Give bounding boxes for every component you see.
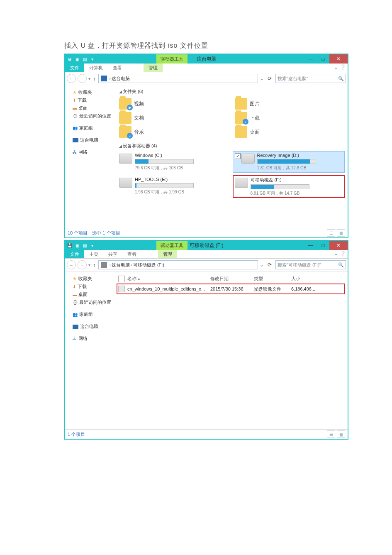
drive-icon xyxy=(241,154,255,164)
view-tiles-button[interactable]: ▦ xyxy=(337,229,345,237)
help-icon[interactable]: ❔ xyxy=(340,251,346,257)
ribbon-contextual-tab[interactable]: 驱动器工具 xyxy=(156,241,187,250)
ribbon-tab-computer[interactable]: 计算机 xyxy=(84,64,108,72)
minimize-button[interactable]: — xyxy=(304,54,317,64)
section-folders-header[interactable]: ◢文件夹 (6) xyxy=(119,88,344,95)
address-dropdown-icon[interactable]: ⌄ xyxy=(260,262,264,268)
col-type[interactable]: 类型 xyxy=(254,276,291,282)
qat-properties-icon[interactable]: ▣ xyxy=(74,242,80,248)
navigation-pane[interactable]: ★收藏夹 ⬇下载 ▬桌面 ⌚最近访问的位置 👥家庭组 这台电脑 🖧网络 xyxy=(65,271,114,429)
breadcrumb-root[interactable]: 这台电脑 xyxy=(112,262,130,268)
ribbon-expand-icon[interactable]: ⌄ xyxy=(334,64,338,70)
qat-dropdown-icon[interactable]: ▾ xyxy=(89,242,95,248)
qat-newfolder-icon[interactable]: ▤ xyxy=(82,56,88,62)
nav-network[interactable]: 🖧网络 xyxy=(65,148,114,156)
navigation-pane[interactable]: ★收藏夹 ⬇下载 ▬桌面 ⌚最近访问的位置 👥家庭组 这台电脑 🖧网络 xyxy=(65,85,114,228)
folder-music[interactable]: ♪音乐 xyxy=(117,125,229,139)
drive-checkbox[interactable]: ✓ xyxy=(235,153,241,159)
up-button[interactable]: ↑ xyxy=(92,76,97,82)
column-headers[interactable]: 名称 ▴ 修改日期 类型 大小 xyxy=(117,274,344,284)
titlebar[interactable]: 🖥 ▣ ▤ ▾ 驱动器工具 这台电脑 — □ ✕ xyxy=(65,54,348,64)
folder-documents[interactable]: 文档 xyxy=(117,111,229,125)
nav-favorites[interactable]: ★收藏夹 xyxy=(65,275,114,283)
forward-button[interactable]: → xyxy=(78,260,87,269)
folder-desktop[interactable]: 桌面 xyxy=(233,125,345,139)
nav-desktop[interactable]: ▬桌面 xyxy=(65,291,114,298)
nav-homegroup[interactable]: 👥家庭组 xyxy=(65,311,114,318)
ribbon-contextual-tab[interactable]: 驱动器工具 xyxy=(156,54,187,64)
breadcrumb-bar[interactable]: › 这台电脑 xyxy=(98,74,258,83)
explorer-window-removable: 💾 ▣ ▤ ▾ 驱动器工具 可移动磁盘 (F:) — □ ✕ 文件 主页 共享 … xyxy=(64,240,348,440)
col-name[interactable]: 名称 ▴ xyxy=(127,276,210,282)
drive-d-recovery[interactable]: ✓ Recovery Image (D:)1.31 GB 可用，共 12.6 G… xyxy=(233,152,345,172)
col-date[interactable]: 修改日期 xyxy=(210,276,254,282)
nav-thispc[interactable]: 这台电脑 xyxy=(65,323,114,330)
qat-dropdown-icon[interactable]: ▾ xyxy=(89,56,95,62)
search-icon[interactable]: 🔍 xyxy=(338,76,344,81)
ribbon-tab-view[interactable]: 查看 xyxy=(122,250,141,258)
search-box[interactable]: 搜索"这台电脑" 🔍 xyxy=(275,74,346,83)
nav-recent[interactable]: ⌚最近访问的位置 xyxy=(65,112,114,120)
nav-desktop[interactable]: ▬桌面 xyxy=(65,104,114,112)
view-tiles-button[interactable]: ▦ xyxy=(337,430,345,438)
nav-downloads[interactable]: ⬇下载 xyxy=(65,283,114,291)
address-bar-row: ← → ▾ ↑ › 这台电脑 › 可移动磁盘 (F:) ⌄ ⟳ 搜索"可移动磁盘… xyxy=(65,259,348,271)
nav-network[interactable]: 🖧网络 xyxy=(65,335,114,342)
close-button[interactable]: ✕ xyxy=(329,241,348,250)
col-size[interactable]: 大小 xyxy=(291,276,324,282)
view-details-button[interactable]: ☰ xyxy=(327,229,335,237)
up-button[interactable]: ↑ xyxy=(92,262,97,268)
drive-e-hptools[interactable]: HP_TOOLS (E:)1.98 GB 可用，共 1.99 GB xyxy=(117,176,229,198)
back-button[interactable]: ← xyxy=(67,74,76,83)
section-drives-header[interactable]: ◢设备和驱动器 (4) xyxy=(119,143,344,149)
ribbon-tab-manage[interactable]: 管理 xyxy=(144,64,163,72)
drive-c[interactable]: Windows (C:)79.6 GB 可用，共 103 GB xyxy=(117,152,229,172)
ribbon-expand-icon[interactable]: ⌄ xyxy=(334,251,338,257)
breadcrumb-bar[interactable]: › 这台电脑 › 可移动磁盘 (F:) xyxy=(98,260,258,269)
drive-f-removable[interactable]: 可移动磁盘 (F:)8.81 GB 可用，共 14.7 GB xyxy=(233,176,345,198)
status-text: 1 个项目 xyxy=(68,431,85,438)
content-pane[interactable]: ◢文件夹 (6) ▶视频 图片 文档 ↓下载 ♪音乐 桌面 ◢设备和驱动器 (4… xyxy=(114,85,348,228)
maximize-button[interactable]: □ xyxy=(317,241,329,250)
qat-newfolder-icon[interactable]: ▤ xyxy=(82,242,88,248)
history-dropdown-icon[interactable]: ▾ xyxy=(88,76,90,81)
help-icon[interactable]: ❔ xyxy=(340,64,346,70)
address-dropdown-icon[interactable]: ⌄ xyxy=(260,76,264,81)
ribbon-tab-file[interactable]: 文件 xyxy=(65,250,84,258)
ribbon-tab-view[interactable]: 查看 xyxy=(108,64,127,72)
ribbon-tab-manage[interactable]: 管理 xyxy=(158,250,177,258)
breadcrumb-leaf[interactable]: 可移动磁盘 (F:) xyxy=(133,262,164,268)
sort-asc-icon: ▴ xyxy=(138,276,140,281)
quick-access-toolbar: 💾 ▣ ▤ ▾ xyxy=(67,242,95,248)
titlebar[interactable]: 💾 ▣ ▤ ▾ 驱动器工具 可移动磁盘 (F:) — □ ✕ xyxy=(65,241,348,250)
back-button[interactable]: ← xyxy=(67,260,76,269)
status-bar: 10 个项目 选中 1 个项目 ☰▦ xyxy=(65,228,348,237)
nav-thispc[interactable]: 这台电脑 xyxy=(65,136,114,144)
nav-homegroup[interactable]: 👥家庭组 xyxy=(65,124,114,132)
ribbon-tab-share[interactable]: 共享 xyxy=(103,250,122,258)
qat-properties-icon[interactable]: ▣ xyxy=(74,56,80,62)
forward-button[interactable]: → xyxy=(78,74,87,83)
file-row-iso[interactable]: cn_windows_10_multiple_editions_x... 201… xyxy=(117,284,344,293)
nav-favorites[interactable]: ★收藏夹 xyxy=(65,88,114,96)
search-box[interactable]: 搜索"可移动磁盘 (F:)" 🔍 xyxy=(275,260,346,269)
minimize-button[interactable]: — xyxy=(304,241,317,250)
folder-pictures[interactable]: 图片 xyxy=(233,97,345,110)
breadcrumb-root[interactable]: 这台电脑 xyxy=(112,76,130,82)
nav-downloads[interactable]: ⬇下载 xyxy=(65,96,114,104)
ribbon-tab-file[interactable]: 文件 xyxy=(65,64,84,72)
folder-downloads[interactable]: ↓下载 xyxy=(233,111,345,125)
file-date: 2015/7/30 15:36 xyxy=(210,286,254,291)
select-all-checkbox[interactable] xyxy=(118,276,125,282)
history-dropdown-icon[interactable]: ▾ xyxy=(88,263,90,267)
refresh-button[interactable]: ⟳ xyxy=(265,76,274,81)
ribbon-tab-home[interactable]: 主页 xyxy=(84,250,103,258)
search-icon[interactable]: 🔍 xyxy=(338,262,344,268)
nav-recent[interactable]: ⌚最近访问的位置 xyxy=(65,298,114,306)
refresh-button[interactable]: ⟳ xyxy=(265,262,274,268)
folder-videos[interactable]: ▶视频 xyxy=(117,97,229,110)
close-button[interactable]: ✕ xyxy=(329,54,348,64)
view-details-button[interactable]: ☰ xyxy=(327,430,335,438)
content-pane[interactable]: 名称 ▴ 修改日期 类型 大小 cn_windows_10_multiple_e… xyxy=(114,271,348,429)
maximize-button[interactable]: □ xyxy=(317,54,329,64)
